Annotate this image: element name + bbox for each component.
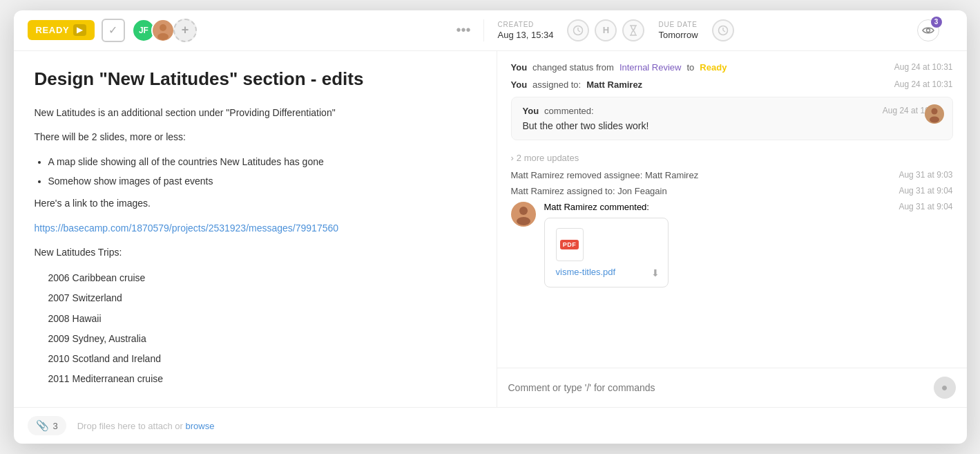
time-2: Aug 24 at 10:31 (887, 79, 953, 89)
svg-point-1 (160, 24, 166, 31)
svg-point-15 (517, 217, 530, 225)
due-date-label: DUE DATE (658, 21, 698, 28)
avatar-person[interactable] (151, 19, 175, 42)
trip-3: 2009 Sydney, Australia (48, 330, 476, 348)
svg-point-2 (157, 33, 169, 40)
matt-avatar (511, 202, 536, 227)
svg-line-5 (578, 30, 580, 32)
actor-you-1: You (511, 62, 528, 73)
created-label: CREATED (498, 21, 554, 28)
svg-point-12 (930, 116, 939, 122)
watcher-count: 3 (931, 17, 942, 28)
svg-line-8 (723, 30, 725, 32)
send-comment-button[interactable]: ● (934, 377, 956, 399)
trip-2: 2008 Hawaii (48, 310, 476, 328)
created-meta: CREATED Aug 13, 15:34 (498, 21, 554, 40)
activity-feed: You changed status from Internal Review … (497, 51, 967, 368)
time-1: Aug 24 at 10:31 (887, 62, 953, 72)
person-avatar-img (153, 20, 173, 41)
actor-you-2: You (511, 79, 528, 90)
due-date-value: Tomorrow (658, 30, 698, 40)
modal-body: Design "New Latitudes" section - edits N… (14, 51, 967, 408)
comment-action-1: commented: (544, 106, 594, 116)
status-arrow-icon: ▶ (73, 24, 86, 36)
activity-removed-assignee: Matt Ramirez removed assignee: Matt Rami… (511, 170, 953, 180)
download-icon[interactable]: ⬇ (651, 267, 660, 278)
action-assigned-2: assigned to: (566, 186, 617, 196)
bullet-1: A map slide showing all of the countries… (48, 154, 476, 171)
comment2-time: Aug 31 at 9:04 (899, 202, 952, 212)
assignee-name-1: Matt Ramirez (586, 79, 642, 90)
basecamp-link[interactable]: https://basecamp.com/1870579/projects/25… (35, 223, 339, 234)
activity-status-change: You changed status from Internal Review … (511, 62, 953, 73)
expand-label: 2 more updates (517, 153, 579, 163)
removed-name: Matt Ramirez (645, 170, 698, 180)
comment2-action: commented: (599, 202, 649, 212)
comment-with-avatar-matt: Matt Ramirez commented: Aug 31 at 9:04 P… (511, 202, 953, 287)
svg-point-9 (926, 28, 930, 32)
status-to: Ready (700, 62, 727, 73)
svg-point-14 (519, 207, 528, 215)
actor-matt-2: Matt Ramirez (511, 186, 564, 196)
clip-icon: 📎 (36, 419, 49, 432)
pdf-badge-label: PDF (560, 240, 579, 249)
trips-list: 2006 Caribbean cruise 2007 Switzerland 2… (48, 269, 476, 388)
link-intro: Here's a link to the images. (35, 196, 476, 212)
action-removed: removed assignee: (566, 170, 644, 180)
attachments-button[interactable]: 📎 3 (28, 416, 66, 435)
svg-point-11 (931, 108, 937, 114)
comment-input-row: ● (497, 368, 967, 407)
browse-link[interactable]: browse (186, 421, 215, 431)
due-date-clock-icon (712, 19, 734, 41)
status-button[interactable]: READY ▶ (28, 20, 95, 40)
created-value: Aug 13, 15:34 (498, 30, 554, 40)
assignee-h-icon: H (595, 19, 617, 41)
more-options-button[interactable]: ••• (450, 19, 476, 41)
task-title: Design "New Latitudes" section - edits (35, 68, 476, 91)
activity-assigned-jon: Matt Ramirez assigned to: Jon Feagain Au… (511, 186, 953, 196)
assignee-icons-group: H (567, 19, 644, 41)
top-bar: READY ▶ ✓ JF + (14, 10, 967, 51)
pdf-attachment[interactable]: PDF visme-titles.pdf ⬇ (544, 218, 669, 287)
comment-input[interactable] (508, 382, 927, 393)
check-icon: ✓ (108, 23, 117, 37)
comment-user-avatar (925, 104, 944, 124)
assigned-name-2: Jon Feagain (617, 186, 667, 196)
watchers-badge[interactable]: 3 (917, 19, 939, 41)
activity-panel: You changed status from Internal Review … (497, 51, 967, 408)
trip-4: 2010 Scotland and Ireland (48, 350, 476, 368)
actor-matt-1: Matt Ramirez (511, 170, 564, 180)
action-text-2: assigned to: (532, 79, 581, 90)
status-from: Internal Review (619, 62, 682, 73)
trip-5: 2011 Mediterranean cruise (48, 370, 476, 388)
time-update-2: Aug 31 at 9:04 (899, 186, 952, 196)
task-modal: READY ▶ ✓ JF + (14, 10, 967, 444)
body-paragraph-2: There will be 2 slides, more or less: (35, 129, 476, 146)
task-content-panel: Design "New Latitudes" section - edits N… (14, 51, 497, 408)
pdf-filename-link[interactable]: visme-titles.pdf (556, 267, 616, 277)
assignee-clock-icon (567, 19, 589, 41)
trips-header: New Latitudes Trips: (35, 245, 476, 261)
add-assignee-button[interactable]: + (173, 19, 197, 42)
attach-count: 3 (53, 421, 58, 431)
pdf-doc-icon: PDF (556, 228, 584, 261)
comment-actor-1: You (523, 106, 539, 116)
left-top-bar: READY ▶ ✓ JF + (28, 19, 477, 42)
due-date-meta: DUE DATE Tomorrow (658, 21, 698, 40)
time-update-1: Aug 31 at 9:03 (899, 170, 952, 180)
comment-bubble-1: You commented: Aug 24 at 10:32 But the o… (511, 97, 953, 140)
task-body: New Latitudes is an additional section u… (35, 105, 476, 388)
left-bottom-bar: 📎 3 Drop files here to attach or browse (14, 407, 967, 444)
send-icon: ● (941, 381, 948, 394)
expand-updates-button[interactable]: › 2 more updates (511, 150, 953, 170)
assignee-hourglass-icon (622, 19, 644, 41)
trip-1: 2007 Switzerland (48, 290, 476, 307)
activity-assigned: You assigned to: Matt Ramirez Aug 24 at … (511, 79, 953, 90)
comment-avatar-right (925, 104, 944, 124)
trip-0: 2006 Caribbean cruise (48, 269, 476, 287)
complete-button[interactable]: ✓ (102, 19, 125, 42)
action-text-1: changed status from (532, 62, 614, 73)
bullet-2: Somehow show images of past events (48, 173, 476, 190)
drop-text: Drop files here to attach or browse (77, 421, 215, 431)
task-bullets: A map slide showing all of the countries… (48, 154, 476, 190)
